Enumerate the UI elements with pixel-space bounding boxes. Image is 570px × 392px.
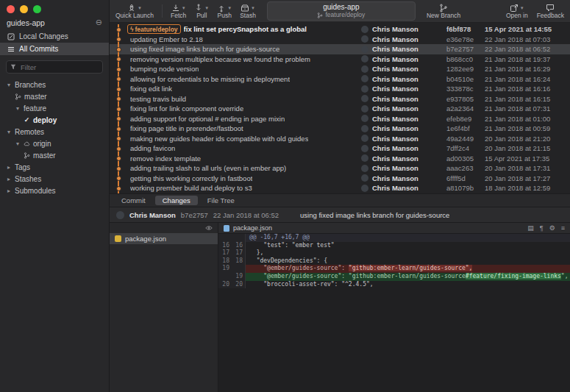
expand-icon[interactable]: ≡ xyxy=(561,225,565,232)
chevron-down-icon[interactable]: ▾ xyxy=(15,140,21,147)
author-name: Chris Manson xyxy=(372,95,418,103)
commit-row[interactable]: testing travis build Chris Manson e93780… xyxy=(110,94,570,104)
commit-row[interactable]: making new guides header ids compatible … xyxy=(110,134,570,144)
tree-section-branches[interactable]: ▾ Branches xyxy=(0,79,109,90)
avatar xyxy=(116,211,124,219)
filter-input[interactable] xyxy=(19,63,99,72)
tree-item-remote-origin[interactable]: ▾ origin xyxy=(0,138,109,149)
commit-row[interactable]: fixing lint for link component override … xyxy=(110,104,570,114)
tree-section-submodules[interactable]: ▸ Submodules xyxy=(0,185,109,196)
chevron-down-icon[interactable]: ▾ xyxy=(15,105,21,112)
chevron-right-icon[interactable]: ▸ xyxy=(6,164,12,171)
new-line-number: 19 xyxy=(232,273,245,281)
eye-icon[interactable] xyxy=(205,224,213,232)
diff-panel: package.json ▤ ¶ ⚙ ≡ @@ -16,7 +16,7 @@ xyxy=(218,223,570,392)
tree-item-remote-master[interactable]: master xyxy=(0,149,109,161)
avatar xyxy=(361,105,368,113)
commit-row[interactable]: adding favicon Chris Manson 7dff2c4 20 J… xyxy=(110,143,570,154)
branch-filter[interactable] xyxy=(6,60,103,74)
commit-row[interactable]: allowing for credentials to be missing i… xyxy=(110,74,570,85)
tree-item-branch-master[interactable]: master xyxy=(0,90,109,102)
diff-content[interactable]: @@ -16,7 +16,7 @@ 1616 "test": "ember te… xyxy=(218,234,570,392)
pencil-doc-icon xyxy=(7,33,15,40)
tab-changes[interactable]: Changes xyxy=(155,196,198,205)
commit-author-cell: Chris Manson xyxy=(361,25,446,33)
tab-commit[interactable]: Commit xyxy=(114,196,153,205)
tree-item-branch-deploy[interactable]: ✓ deploy xyxy=(0,114,109,126)
button-label: Fetch xyxy=(171,13,186,19)
changed-files-list[interactable]: package.json xyxy=(110,233,218,244)
commit-author-cell: Chris Manson xyxy=(361,164,446,172)
repo-branch-selector[interactable]: guides-app feature/deploy xyxy=(267,1,416,20)
commit-graph-lane xyxy=(110,134,127,144)
author-name: Chris Manson xyxy=(372,85,418,93)
commit-row[interactable]: removing version multiplex because we fo… xyxy=(110,54,570,65)
chevron-down-icon[interactable]: ▾ xyxy=(6,82,12,88)
chevron-right-icon[interactable]: ▸ xyxy=(6,188,12,194)
commit-author-cell: Chris Manson xyxy=(361,154,446,163)
rocket-icon xyxy=(127,4,136,13)
open-in-button[interactable]: ▼ Open in xyxy=(506,3,528,19)
sidebar-item-local-changes[interactable]: Local Changes xyxy=(0,30,109,43)
commit-hash: f6bf878 xyxy=(446,25,485,33)
branch-badge[interactable]: ϟfeature/deploy xyxy=(127,24,181,34)
commit-row[interactable]: ϟfeature/deploy fix lint set percySnapsh… xyxy=(110,24,570,35)
old-line-number: 18 xyxy=(218,257,232,266)
avatar xyxy=(361,95,368,102)
file-row[interactable]: package.json xyxy=(110,233,218,244)
commit-row[interactable]: updating Ember to 2.18 Chris Manson e36e… xyxy=(110,35,570,45)
commit-date: 21 Jan 2018 at 07:31 xyxy=(485,104,570,113)
diff-settings-icon[interactable]: ⚙ xyxy=(549,225,555,232)
feedback-button[interactable]: Feedback xyxy=(537,3,564,19)
commit-row[interactable]: fixing edit link Chris Manson 333878c 21… xyxy=(110,84,570,94)
stash-button[interactable]: ▼ Stash xyxy=(240,3,256,19)
commit-dot-icon xyxy=(116,47,121,52)
commit-dot-icon xyxy=(116,136,121,141)
minimize-window-button[interactable] xyxy=(20,5,28,13)
commit-dot-icon xyxy=(116,116,121,121)
new-branch-button[interactable]: New Branch xyxy=(427,3,460,19)
tree-label: Tags xyxy=(15,163,30,171)
commit-row[interactable]: getting this working correctly in fastbo… xyxy=(110,174,570,184)
commit-graph-lane xyxy=(110,104,127,114)
collapse-repo-icon[interactable]: ⊖ xyxy=(96,18,102,27)
commit-row[interactable]: using fixed image links branch for guide… xyxy=(110,44,570,54)
button-label: Quick Launch xyxy=(115,13,154,19)
zoom-window-button[interactable] xyxy=(33,5,41,13)
commit-row[interactable]: adding support for optional # ending in … xyxy=(110,114,570,124)
tree-section-tags[interactable]: ▸ Tags xyxy=(0,161,109,173)
commit-date: 22 Jan 2018 at 06:52 xyxy=(485,45,570,53)
commit-row[interactable]: remove index template Chris Manson ad003… xyxy=(110,154,570,164)
push-button[interactable]: ▼ Push xyxy=(217,3,232,19)
pull-button[interactable]: ▼ Pull xyxy=(194,3,209,19)
commit-dot-icon xyxy=(116,176,121,181)
commit-message: bumping node version xyxy=(130,65,199,73)
wrap-lines-icon[interactable]: ¶ xyxy=(540,225,544,232)
fetch-button[interactable]: ▼ Fetch xyxy=(171,3,186,19)
chevron-down-icon: ▼ xyxy=(138,6,142,10)
commit-date: 20 Jan 2018 at 17:27 xyxy=(485,174,570,182)
commit-list-icon xyxy=(7,46,15,53)
chevron-right-icon[interactable]: ▸ xyxy=(6,176,12,182)
commit-date: 15 Apr 2021 at 17:35 xyxy=(485,154,570,163)
commit-row[interactable]: adding trailing slash to all urls (even … xyxy=(110,163,570,174)
commit-row[interactable]: bumping node version Chris Manson 1282ee… xyxy=(110,64,570,74)
commit-row[interactable]: working prember build and deploy to s3 C… xyxy=(110,183,570,193)
close-window-button[interactable] xyxy=(7,5,15,13)
tab-file-tree[interactable]: File Tree xyxy=(200,196,242,205)
sidebar: guides-app ⊖ Local Changes All Commits ▾… xyxy=(0,0,110,392)
split-view-icon[interactable]: ▤ xyxy=(527,225,534,232)
tree-item-branch-feature[interactable]: ▾ feature xyxy=(0,102,109,114)
quick-launch-button[interactable]: ▼ Quick Launch xyxy=(115,3,154,19)
chevron-down-icon[interactable]: ▾ xyxy=(6,129,12,135)
sidebar-item-all-commits[interactable]: All Commits xyxy=(0,43,109,55)
commit-dot-icon xyxy=(116,186,121,191)
commit-row[interactable]: fixing page title in prerender/fastboot … xyxy=(110,124,570,134)
tree-section-stashes[interactable]: ▸ Stashes xyxy=(0,173,109,185)
new-line-number: 16 xyxy=(232,242,245,250)
commit-date: 21 Jan 2018 at 16:29 xyxy=(485,65,570,73)
tree-section-remotes[interactable]: ▾ Remotes xyxy=(0,126,109,138)
commit-graph-lane xyxy=(110,94,127,104)
commit-list[interactable]: ϟfeature/deploy fix lint set percySnapsh… xyxy=(110,23,570,193)
diff-line: 1818 "devDependencies": { xyxy=(218,257,570,266)
